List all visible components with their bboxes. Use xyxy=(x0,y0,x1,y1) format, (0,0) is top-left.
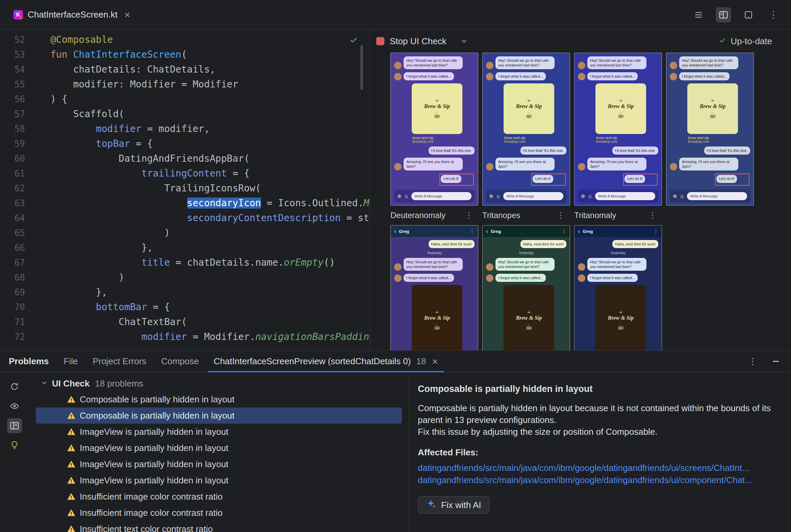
code-line[interactable]: secondaryIcon = Icons.Outlined.More xyxy=(50,196,370,211)
line-number[interactable]: 61 xyxy=(0,166,37,181)
line-number[interactable]: 63 xyxy=(0,196,37,211)
fix-with-ai-button[interactable]: Fix with AI xyxy=(418,496,490,514)
close-icon[interactable]: × xyxy=(432,357,438,366)
line-number[interactable]: 64 xyxy=(0,211,37,226)
code-line[interactable]: ChatTextBar( xyxy=(50,315,370,329)
chat-preview[interactable]: Hey! Should we go to that cafe you menti… xyxy=(390,53,478,206)
line-number[interactable]: 69 xyxy=(0,285,37,300)
line-number[interactable]: 60 xyxy=(0,151,37,166)
code-line[interactable]: modifier = modifier, xyxy=(50,121,370,136)
preview-label-row: Deuteranomaly⋮Tritanopes⋮Tritanomaly⋮ xyxy=(370,206,791,225)
line-number[interactable]: 66 xyxy=(0,240,37,255)
problem-item[interactable]: ImageView is partially hidden in layout xyxy=(36,424,402,440)
panel-tab-file[interactable]: File xyxy=(56,351,86,372)
problem-item[interactable]: ImageView is partially hidden in layout xyxy=(36,440,402,456)
chevron-down-icon[interactable] xyxy=(460,37,468,45)
panel-tab-chatinterfacescreenpreview-sortedchatdetails-0[interactable]: ChatInterfaceScreenPreview (sortedChatDe… xyxy=(206,351,445,372)
split-preview-icon[interactable] xyxy=(716,7,731,22)
code-line[interactable]: title = chatDetails.name.orEmpty() xyxy=(50,255,370,270)
panel-tab-problems[interactable]: Problems xyxy=(9,351,56,372)
line-number[interactable]: 58 xyxy=(0,121,37,136)
more-options-icon[interactable]: ⋮ xyxy=(749,356,757,366)
hide-panel-icon[interactable] xyxy=(773,361,779,362)
inspection-check-icon[interactable] xyxy=(349,35,358,46)
editor-scrollbar[interactable] xyxy=(361,45,363,90)
problem-item[interactable]: Composable is partially hidden in layout xyxy=(36,391,402,407)
chevron-down-icon[interactable] xyxy=(40,378,48,389)
affected-file-link[interactable]: datingandfriends/src/main/java/com/ibm/g… xyxy=(418,462,777,474)
menu-icon[interactable]: ⋮ xyxy=(470,229,475,234)
code-line[interactable]: topBar = { xyxy=(50,136,370,151)
back-icon[interactable]: ‹ xyxy=(394,228,396,235)
list-icon[interactable] xyxy=(691,7,706,22)
close-icon[interactable]: × xyxy=(124,10,130,20)
line-number[interactable]: 70 xyxy=(0,300,37,315)
code-token: ) xyxy=(50,227,170,238)
code-line[interactable]: trailingContent = { xyxy=(50,166,370,181)
line-number[interactable]: 72 xyxy=(0,329,37,344)
line-number[interactable]: 55 xyxy=(0,77,37,92)
details-panel-icon[interactable] xyxy=(7,418,22,433)
code-line[interactable]: TrailingIconsRow( xyxy=(50,181,370,196)
chat-preview[interactable]: ‹Greg⋮Haha, next time for sure!Yesterday… xyxy=(390,225,478,350)
problems-group-row[interactable]: UI Check 18 problems xyxy=(29,376,409,391)
panel-tab-project-errors[interactable]: Project Errors xyxy=(85,351,154,372)
chat-preview[interactable]: Hey! Should we go to that cafe you menti… xyxy=(666,53,754,206)
card-title: brew and sip xyxy=(504,136,554,140)
menu-icon[interactable]: ⋮ xyxy=(562,229,566,234)
code-line[interactable]: @Composable xyxy=(50,33,370,47)
preview-menu-icon[interactable]: ⋮ xyxy=(465,211,473,220)
line-number[interactable]: 62 xyxy=(0,181,37,196)
problem-item[interactable]: ImageView is partially hidden in layout xyxy=(36,456,402,472)
code-line[interactable]: ) xyxy=(50,270,370,285)
line-number[interactable]: 71 xyxy=(0,315,37,329)
problem-item[interactable]: Insufficient image color contrast ratio xyxy=(36,505,402,521)
refresh-icon[interactable] xyxy=(7,379,22,394)
preview-menu-icon[interactable]: ⋮ xyxy=(648,211,657,220)
lightbulb-icon[interactable] xyxy=(7,438,22,453)
menu-icon[interactable]: ⋮ xyxy=(654,229,658,234)
problem-item[interactable]: ImageView is partially hidden in layout xyxy=(36,472,402,489)
code-line[interactable]: bottomBar = { xyxy=(50,300,370,315)
code-line[interactable]: ) xyxy=(50,226,370,240)
code-line[interactable]: }, xyxy=(50,285,370,300)
message-row: Hey! Should we go to that cafe you menti… xyxy=(486,258,566,271)
affected-file-link[interactable]: datingandfriends/src/main/java/com/ibm/g… xyxy=(418,474,777,486)
problem-item[interactable]: Insufficient text color contrast ratio xyxy=(36,521,402,532)
line-number[interactable]: 53 xyxy=(0,47,37,62)
code-line[interactable]: fun ChatInterfaceScreen( xyxy=(50,47,370,62)
line-number[interactable]: 67 xyxy=(0,255,37,270)
line-number[interactable]: 57 xyxy=(0,107,37,121)
more-options-icon[interactable]: ⋮ xyxy=(766,7,781,22)
problem-item[interactable]: Insufficient image color contrast ratio xyxy=(36,489,402,505)
code-line[interactable]: ) { xyxy=(50,92,370,107)
code-line[interactable]: chatDetails: ChatDetails, xyxy=(50,62,370,77)
chat-preview[interactable]: ‹Greg⋮Haha, next time for sure!Yesterday… xyxy=(574,225,662,350)
device-frame-icon[interactable] xyxy=(741,7,756,22)
preview-menu-icon[interactable]: ⋮ xyxy=(557,211,565,220)
code-line[interactable]: secondaryContentDescription = strin xyxy=(50,211,370,226)
back-icon[interactable]: ‹ xyxy=(486,228,488,235)
panel-tab-compose[interactable]: Compose xyxy=(154,351,206,372)
editor-tab[interactable]: K ChatInterfaceScreen.kt × xyxy=(10,0,133,30)
stop-ui-check-button[interactable]: Stop UI Check xyxy=(376,36,446,46)
message-row: Haha, next time for sure! xyxy=(394,240,475,248)
line-number[interactable]: 54 xyxy=(0,62,37,77)
eye-icon[interactable] xyxy=(7,399,22,414)
chat-preview[interactable]: ‹Greg⋮Haha, next time for sure!Yesterday… xyxy=(482,225,570,350)
code-line[interactable]: }, xyxy=(50,240,370,255)
code-editor[interactable]: 5253545556575859606162636465666768697071… xyxy=(0,30,370,350)
code-line[interactable]: DatingAndFriendsAppBar( xyxy=(50,151,370,166)
line-number[interactable]: 65 xyxy=(0,226,37,240)
chat-preview[interactable]: Hey! Should we go to that cafe you menti… xyxy=(574,53,662,206)
line-number[interactable]: 59 xyxy=(0,136,37,151)
back-icon[interactable]: ‹ xyxy=(578,228,580,235)
line-number[interactable]: 56 xyxy=(0,92,37,107)
problem-item[interactable]: Composable is partially hidden in layout xyxy=(36,407,402,424)
chat-preview[interactable]: Hey! Should we go to that cafe you menti… xyxy=(482,53,570,206)
code-line[interactable]: Scaffold( xyxy=(50,107,370,121)
line-number[interactable]: 68 xyxy=(0,270,37,285)
code-line[interactable]: modifier = Modifier.navigationBarsPaddin… xyxy=(50,329,370,344)
line-number[interactable]: 52 xyxy=(0,33,37,47)
code-line[interactable]: modifier: Modifier = Modifier xyxy=(50,77,370,92)
